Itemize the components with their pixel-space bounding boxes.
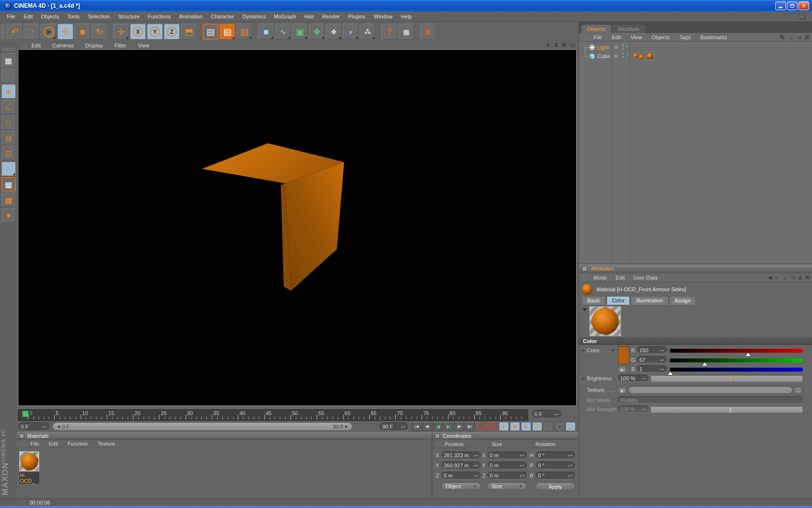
render-active-view-button[interactable]: ▤ xyxy=(203,24,218,40)
frame-tick-10[interactable]: 10 xyxy=(82,410,88,416)
rotation-b-field[interactable]: 0 °▲▼ xyxy=(536,472,575,479)
frame-tick-45[interactable]: 45 xyxy=(266,410,272,416)
spinner-icon[interactable]: ▲▼ xyxy=(568,464,573,466)
lock-z-axis-button[interactable]: Z xyxy=(164,24,180,40)
start-frame-field[interactable]: 0 F▲▼ xyxy=(18,422,50,431)
spinner-icon[interactable]: ▲▼ xyxy=(42,426,47,428)
size-x-field[interactable]: 0 m▲▼ xyxy=(487,451,527,459)
key-rotation-toggle[interactable]: ↻ xyxy=(521,422,531,431)
brightness-slider[interactable] xyxy=(651,375,803,382)
object-row-cube[interactable]: Cube xyxy=(589,52,610,60)
zoom-view-icon[interactable]: ⇕ xyxy=(554,42,559,48)
panel-icon[interactable] xyxy=(19,433,24,438)
menu-help[interactable]: Help xyxy=(401,14,412,19)
g-value-field[interactable]: 67▲▼ xyxy=(637,356,667,363)
play-forwards-button[interactable]: ▶ xyxy=(444,422,453,431)
viewport-menu-cameras[interactable]: Cameras xyxy=(52,43,74,48)
mix-strength-slider[interactable] xyxy=(651,406,803,413)
rotate-view-icon[interactable]: ↻ xyxy=(562,42,567,48)
color-section-header[interactable]: Color xyxy=(579,337,812,345)
range-left-arrow-icon[interactable]: ◀ xyxy=(57,424,60,429)
materials-menu-file[interactable]: File xyxy=(30,441,39,447)
panel-icon[interactable] xyxy=(582,266,587,271)
frame-ruler[interactable]: 051015202530354045505560657075808590 xyxy=(18,409,528,421)
panel-icon[interactable] xyxy=(435,433,440,438)
apply-button[interactable]: Apply xyxy=(536,482,575,491)
size-mode-dropdown[interactable]: Size▼ xyxy=(487,482,527,490)
end-frame-field[interactable]: 90 F▲▼ xyxy=(379,422,408,431)
render-picture-viewer-button[interactable]: ▤ xyxy=(219,24,235,40)
animation-dot[interactable] xyxy=(582,349,584,352)
spinner-icon[interactable]: ▲▼ xyxy=(520,475,524,477)
frame-tick-25[interactable]: 25 xyxy=(161,410,167,416)
viewport-menu-display[interactable]: Display xyxy=(86,43,103,48)
sound-toggle[interactable]: ◖ xyxy=(554,422,565,431)
add-modeling-object-button[interactable]: ❖ xyxy=(309,24,325,40)
frame-tick-65[interactable]: 65 xyxy=(371,410,377,416)
viewport-canvas[interactable] xyxy=(18,49,577,406)
redo-button[interactable]: ↷ xyxy=(24,24,40,40)
attributes-menu-mode[interactable]: Mode xyxy=(594,275,607,281)
objects-menu-edit[interactable]: Edit xyxy=(612,34,621,40)
make-editable-button[interactable]: ◔ xyxy=(1,69,16,83)
menu-structure[interactable]: Structure xyxy=(118,14,140,19)
menu-selection[interactable]: Selection xyxy=(88,14,110,19)
enable-checkmark-icon[interactable]: ✓ xyxy=(625,43,630,49)
autokeying-button[interactable]: ◉ xyxy=(487,422,496,431)
attributes-grip[interactable] xyxy=(582,275,590,281)
history-up-icon[interactable]: ▲ xyxy=(783,275,788,281)
tab-assign[interactable]: Assign xyxy=(669,296,696,305)
texture-browse-button[interactable]: ... xyxy=(794,387,802,394)
new-panel-icon[interactable]: ⊞ xyxy=(805,274,810,281)
rotation-h-field[interactable]: 0 °▲▼ xyxy=(536,451,575,459)
toolbar-grip[interactable] xyxy=(1,24,5,40)
coordinates-grip[interactable] xyxy=(435,441,443,447)
restore-button[interactable] xyxy=(787,1,798,10)
content-browser-button[interactable]: ⊕ xyxy=(420,24,436,40)
frame-tick-15[interactable]: 15 xyxy=(108,410,114,416)
attributes-title-bar[interactable]: Attributes xyxy=(579,264,812,273)
menu-render[interactable]: Render xyxy=(322,14,340,19)
position-y-field[interactable]: 260.927 m▲▼ xyxy=(441,462,481,469)
menu-file[interactable]: File xyxy=(7,14,15,19)
material-thumbnail[interactable] xyxy=(19,451,39,471)
play-backwards-button[interactable]: ◀ xyxy=(433,422,443,431)
materials-grip[interactable] xyxy=(20,441,27,447)
mode-toolbar-grip[interactable] xyxy=(2,47,15,51)
animation-dot[interactable] xyxy=(582,377,584,380)
menu-dynamics[interactable]: Dynamics xyxy=(243,14,266,19)
tab-illumination[interactable]: Illumination xyxy=(631,296,668,305)
tab-color[interactable]: Color xyxy=(607,296,630,305)
material-tag-icon[interactable] xyxy=(646,52,654,60)
materials-title-bar[interactable]: Materials xyxy=(17,432,432,440)
viewport-menu-view[interactable]: View xyxy=(138,43,149,48)
move-tool-button[interactable]: ✛ xyxy=(58,24,73,40)
frame-tick-5[interactable]: 5 xyxy=(56,410,58,416)
texture-field[interactable] xyxy=(629,386,792,393)
menu-character[interactable]: Character xyxy=(211,14,234,19)
spinner-icon[interactable]: ▲▼ xyxy=(401,426,406,428)
add-hypernurbs-button[interactable]: ▣ xyxy=(292,24,308,40)
range-right-arrow-icon[interactable]: ▶ xyxy=(345,424,348,429)
spinner-icon[interactable]: ▲▼ xyxy=(520,464,524,466)
history-back-icon[interactable]: ◀ xyxy=(768,274,771,281)
render-visibility-dot[interactable] xyxy=(622,44,624,46)
r-value-field[interactable]: 150▲▼ xyxy=(637,346,667,354)
layout-switch-icon[interactable] xyxy=(798,14,805,19)
color-expand-button[interactable]: ▶ xyxy=(618,366,627,373)
history-forward-icon[interactable]: ▶ xyxy=(775,274,779,281)
enable-checkmark-icon[interactable]: ✓ xyxy=(625,52,630,58)
b-value-field[interactable]: 1▲▼ xyxy=(637,365,667,373)
objects-menu-tags[interactable]: Tags xyxy=(680,34,691,40)
texture-axis-mode-button[interactable]: ▩ xyxy=(1,193,16,207)
spinner-icon[interactable]: ▲▼ xyxy=(474,475,478,477)
use-generators-button[interactable]: ● xyxy=(1,208,16,223)
g-slider[interactable] xyxy=(670,359,803,362)
polygon-mode-button[interactable]: ⊡ xyxy=(1,146,16,161)
r-slider-handle[interactable] xyxy=(746,350,751,356)
render-visibility-dot[interactable] xyxy=(622,56,624,58)
key-parameter-toggle[interactable]: Ⓟ xyxy=(532,422,542,431)
context-help-button[interactable]: ? xyxy=(381,24,397,40)
link-icon[interactable]: 8 xyxy=(799,275,802,281)
rotate-tool-button[interactable]: ↻ xyxy=(91,24,107,40)
